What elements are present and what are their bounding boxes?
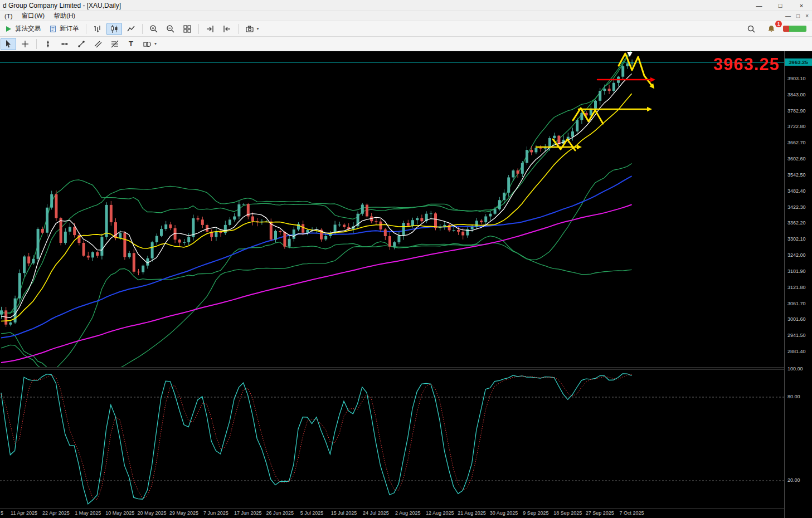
algo-trading-label: 算法交易 <box>15 25 41 33</box>
screenshot-button[interactable]: ▾ <box>242 23 262 35</box>
notifications-button[interactable]: 1 <box>764 23 779 35</box>
time-axis-label: 2 Aug 2025 <box>395 510 421 516</box>
vertical-line-tool-button[interactable] <box>40 38 56 50</box>
price-tick: 3903.10 <box>787 76 806 81</box>
indicator-tick: 100.00 <box>787 366 803 372</box>
connection-red-segment <box>783 26 789 32</box>
time-axis-label: 7 Jun 2025 <box>203 510 228 516</box>
zoom-out-icon <box>166 25 175 33</box>
zoom-in-button[interactable] <box>146 23 162 35</box>
stochastic-indicator-canvas[interactable] <box>0 367 784 509</box>
chevron-down-icon: ▾ <box>257 26 259 31</box>
mt5-window: d Group Company Limited - [XAU,Daily] — … <box>0 0 812 518</box>
minimize-button[interactable]: — <box>748 0 770 11</box>
separator <box>86 24 86 34</box>
horizontal-line-icon <box>60 40 69 48</box>
channel-tool-button[interactable] <box>90 38 106 50</box>
separator <box>238 24 239 34</box>
price-tick: 3242.00 <box>787 252 806 258</box>
price-tick: 2941.50 <box>787 333 806 338</box>
channel-icon <box>94 40 103 48</box>
bar-chart-icon <box>93 25 102 33</box>
search-icon <box>747 25 756 33</box>
chart-area: 3963.25 3963.25 3903.103843.003782.90372… <box>0 51 812 518</box>
price-tick: 2881.40 <box>787 349 806 354</box>
price-tick: 3181.90 <box>787 268 806 274</box>
chevron-down-icon: ▾ <box>154 41 157 46</box>
bar-chart-button[interactable] <box>90 23 105 35</box>
cursor-icon <box>4 40 13 48</box>
bell-icon <box>767 25 776 33</box>
notifications-badge: 1 <box>775 21 782 27</box>
time-axis-label: 18 Sep 2025 <box>553 510 582 516</box>
menu-item-window[interactable]: 窗口(W) <box>17 11 50 21</box>
separator <box>36 39 37 49</box>
price-tick: 3542.50 <box>787 172 806 178</box>
new-order-icon <box>48 25 57 33</box>
new-order-button[interactable]: 新订单 <box>45 23 82 35</box>
price-tick: 3662.70 <box>787 140 806 145</box>
annotation-price-label: 3963.25 <box>713 55 780 75</box>
connection-status <box>783 26 806 32</box>
algo-trading-button[interactable]: 算法交易 <box>1 23 44 35</box>
time-axis-label: 5 Jul 2025 <box>300 510 324 516</box>
price-tick: 3001.60 <box>787 316 806 322</box>
cursor-tool-button[interactable] <box>1 38 16 50</box>
shapes-tool-button[interactable]: ▾ <box>139 38 160 50</box>
trendline-tool-button[interactable] <box>74 38 89 50</box>
fibonacci-icon <box>110 40 119 48</box>
menu-item-chart[interactable]: (T) <box>0 11 17 21</box>
close-button[interactable]: × <box>791 0 812 11</box>
price-chart-canvas[interactable] <box>0 51 784 367</box>
time-axis-label: 30 Aug 2025 <box>490 510 518 516</box>
child-minimize-button[interactable]: — <box>785 13 791 19</box>
price-tick: 3602.60 <box>787 156 806 162</box>
zoom-out-button[interactable] <box>163 23 178 35</box>
search-button[interactable] <box>743 23 759 35</box>
indicator-tick: 20.00 <box>787 477 800 483</box>
candlestick-chart-button[interactable] <box>106 23 122 35</box>
time-axis[interactable]: 5 11 Apr 202522 Apr 20251 May 202510 May… <box>0 508 784 518</box>
line-chart-button[interactable] <box>123 23 139 35</box>
play-icon <box>4 25 13 33</box>
child-close-button[interactable]: × <box>805 13 809 19</box>
time-axis-label: 10 May 2025 <box>105 510 134 516</box>
time-axis-label-fragment: 5 <box>1 510 3 516</box>
time-axis-label: 11 Apr 2025 <box>11 510 37 516</box>
time-axis-label: 9 Sep 2025 <box>523 510 548 516</box>
maximize-button[interactable]: □ <box>770 0 791 11</box>
price-tick: 3362.20 <box>787 220 806 226</box>
menu-item-help[interactable]: 帮助(H) <box>49 11 80 21</box>
time-axis-label: 7 Oct 2025 <box>620 510 644 516</box>
candlestick-chart-icon <box>110 25 119 33</box>
time-axis-label: 20 May 2025 <box>138 510 167 516</box>
tile-windows-button[interactable] <box>179 23 195 35</box>
time-axis-label: 22 Apr 2025 <box>42 510 70 516</box>
standard-toolbar: 算法交易 新订单 <box>0 21 812 37</box>
auto-scroll-icon <box>222 25 231 33</box>
child-restore-button[interactable]: □ <box>796 13 800 19</box>
auto-scroll-button[interactable] <box>219 23 235 35</box>
tile-windows-icon <box>183 25 192 33</box>
crosshair-tool-button[interactable] <box>17 38 33 50</box>
text-tool-button[interactable]: T <box>124 38 138 50</box>
connection-green-segment <box>789 26 806 32</box>
camera-icon <box>245 25 254 33</box>
price-tick: 3722.80 <box>787 124 806 129</box>
line-studies-toolbar: T ▾ <box>0 37 812 51</box>
price-tick: 3782.90 <box>787 108 806 114</box>
price-tick: 3843.00 <box>787 92 806 97</box>
time-axis-label: 24 Jul 2025 <box>363 510 389 516</box>
price-scale[interactable]: 3963.25 3903.103843.003782.903722.803662… <box>784 51 812 518</box>
shift-end-button[interactable] <box>202 23 218 35</box>
time-axis-label: 29 May 2025 <box>169 510 198 516</box>
price-tick: 3422.30 <box>787 204 806 210</box>
indicator-tick: 80.00 <box>787 394 800 399</box>
price-tick: 3061.70 <box>787 301 806 306</box>
price-tick: 3302.10 <box>787 236 806 242</box>
window-titlebar: d Group Company Limited - [XAU,Daily] — … <box>0 0 812 11</box>
vertical-line-icon <box>43 40 52 48</box>
fibonacci-tool-button[interactable] <box>107 38 123 50</box>
zoom-in-icon <box>149 25 158 33</box>
horizontal-line-tool-button[interactable] <box>57 38 72 50</box>
